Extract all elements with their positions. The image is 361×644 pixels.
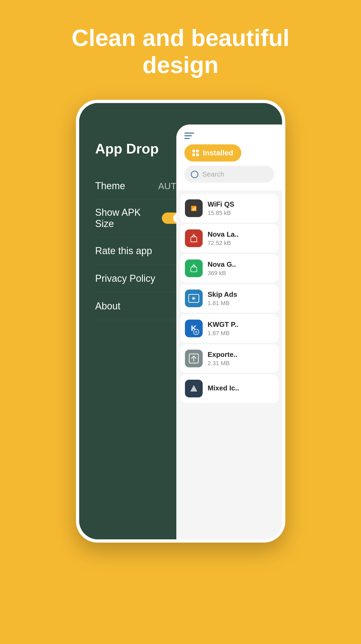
hamburger-line-3 (184, 138, 190, 139)
phone-mockup: App Drop Theme AUTO Show APK Size Rate t… (76, 100, 285, 543)
app-name: Exporte.. (207, 350, 237, 359)
search-icon (191, 171, 198, 178)
show-apk-size-row[interactable]: Show APK Size (95, 199, 183, 237)
app-info: Exporte.. 2.31 MB (207, 350, 237, 367)
app-size: 1.87 MB (207, 330, 238, 337)
app-info: WiFi QS 15.85 kB (207, 200, 234, 217)
app-icon-nova-google (185, 259, 203, 277)
search-bar[interactable]: Search (184, 166, 274, 183)
list-item[interactable]: Exporte.. 2.31 MB (180, 344, 278, 373)
headline: Clean and beautiful design (50, 24, 311, 78)
app-info: Nova G.. 369 kB (207, 260, 236, 277)
svg-rect-5 (191, 267, 197, 272)
app-size: 2.31 MB (207, 360, 237, 367)
app-size: 72.52 kB (207, 240, 239, 247)
hamburger-icon[interactable] (184, 133, 274, 139)
svg-text:📶: 📶 (191, 206, 197, 211)
list-item[interactable]: Skip Ads 1.81 MB (180, 284, 278, 313)
app-list: 📶 WiFi QS 15.85 kB (176, 190, 282, 539)
list-item[interactable]: Mixed Ic.. (180, 374, 278, 403)
app-icon-skip-ads (185, 290, 203, 307)
app-name: WiFi QS (207, 200, 234, 208)
app-icon-kwgt: K (185, 320, 203, 337)
app-info: Mixed Ic.. (207, 384, 239, 393)
installed-tab[interactable]: Installed (184, 144, 241, 162)
app-name: Skip Ads (207, 290, 237, 299)
rate-app-label: Rate this app (95, 245, 152, 256)
about-item[interactable]: About (95, 292, 183, 320)
about-label: About (95, 301, 121, 312)
app-icon-wifi: 📶 (185, 199, 203, 217)
app-title: App Drop (95, 141, 183, 157)
theme-setting-row[interactable]: Theme AUTO (95, 173, 183, 199)
app-size: 1.81 MB (207, 300, 237, 307)
app-info: Nova La.. 72.52 kB (207, 230, 239, 247)
app-name: KWGT P.. (207, 320, 238, 329)
theme-label: Theme (95, 180, 125, 192)
list-item[interactable]: Nova La.. 72.52 kB (180, 224, 278, 253)
installed-tab-label: Installed (203, 149, 233, 157)
hamburger-line-1 (184, 133, 194, 134)
show-apk-label: Show APK Size (95, 207, 162, 229)
list-item[interactable]: Nova G.. 369 kB (180, 254, 278, 283)
search-placeholder: Search (202, 170, 224, 178)
headline-line2: design (143, 52, 219, 78)
app-size: 15.85 kB (207, 210, 234, 217)
app-info: Skip Ads 1.81 MB (207, 290, 237, 307)
grid-icon (192, 150, 199, 156)
headline-line1: Clean and beautiful (72, 24, 290, 51)
app-info: KWGT P.. 1.87 MB (207, 320, 238, 337)
privacy-policy-label: Privacy Policy (95, 273, 155, 284)
app-size: 369 kB (207, 270, 236, 277)
hamburger-line-2 (184, 135, 192, 136)
svg-rect-3 (191, 237, 197, 242)
phone-screen: App Drop Theme AUTO Show APK Size Rate t… (79, 103, 282, 539)
app-icon-mixed (185, 380, 203, 397)
privacy-policy-item[interactable]: Privacy Policy (95, 265, 183, 292)
app-icon-nova-launcher (185, 229, 203, 247)
app-name: Nova G.. (207, 260, 236, 269)
app-panel-header: Installed Search (176, 125, 282, 190)
rate-app-item[interactable]: Rate this app (95, 237, 183, 265)
app-name: Nova La.. (207, 230, 239, 239)
app-icon-exporter (185, 350, 203, 367)
app-panel: Installed Search 📶 (176, 125, 282, 539)
app-name: Mixed Ic.. (207, 384, 239, 392)
list-item[interactable]: 📶 WiFi QS 15.85 kB (180, 194, 278, 222)
list-item[interactable]: K KWGT P.. 1.87 MB (180, 314, 278, 343)
